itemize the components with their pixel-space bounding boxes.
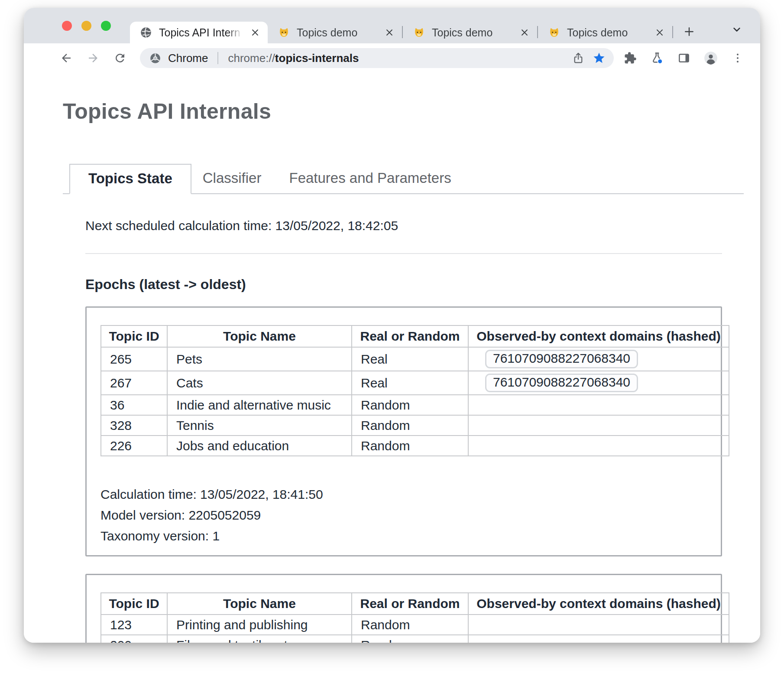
tab-features-and-parameters[interactable]: Features and Parameters [289, 170, 451, 193]
epoch-table: Topic ID Topic Name Real or Random Obser… [100, 325, 729, 456]
divider [85, 253, 722, 254]
extensions-puzzle-icon[interactable] [619, 47, 641, 69]
browser-window: Topics API Intern Topics demo [24, 8, 760, 643]
url-scheme: chrome:// [228, 52, 275, 65]
topic-id: 265 [101, 347, 167, 371]
browser-tab-topics-demo-3[interactable]: Topics demo [538, 22, 672, 43]
cat-icon [277, 26, 290, 39]
fullscreen-window-button[interactable] [101, 21, 111, 31]
tab-topics-state[interactable]: Topics State [69, 164, 191, 194]
observed-by-cell: 7610709088227068340 [468, 371, 729, 395]
topic-name: Printing and publishing [167, 615, 352, 635]
page-title: Topics API Internals [63, 99, 760, 124]
tab-strip: Topics API Intern Topics demo [24, 8, 760, 43]
topic-name: Jobs and education [167, 436, 352, 456]
browser-tab-topics-internals[interactable]: Topics API Intern [130, 22, 268, 43]
table-row: 123 Printing and publishing Random [101, 615, 729, 635]
topic-id: 267 [101, 371, 167, 395]
col-real-or-random: Real or Random [352, 593, 468, 615]
real-or-random: Real [352, 371, 468, 395]
url-text: chrome://topics-internals [228, 52, 568, 65]
reload-button[interactable] [109, 47, 131, 69]
back-button[interactable] [55, 47, 78, 69]
topic-id: 328 [101, 415, 167, 436]
epoch-table: Topic ID Topic Name Real or Random Obser… [100, 592, 729, 643]
forward-button[interactable] [82, 47, 104, 69]
cat-icon [412, 26, 425, 39]
close-window-button[interactable] [62, 21, 72, 31]
real-or-random: Random [352, 615, 468, 635]
topics-state-panel: Next scheduled calculation time: 13/05/2… [63, 194, 744, 643]
table-row: 265 Pets Real 7610709088227068340 [101, 347, 729, 371]
observed-by-cell [468, 635, 729, 643]
topic-id: 226 [101, 436, 167, 456]
share-button[interactable] [568, 48, 589, 68]
topic-name: Cats [167, 371, 352, 395]
calculation-time: Calculation time: 13/05/2022, 18:41:50 [100, 484, 707, 505]
close-tab-icon[interactable] [653, 26, 666, 39]
topic-id: 200 [101, 635, 167, 643]
observed-by-cell [468, 436, 729, 456]
epochs-heading: Epochs (latest -> oldest) [85, 276, 722, 293]
tab-separator [672, 26, 673, 38]
close-tab-icon[interactable] [249, 26, 262, 39]
close-tab-icon[interactable] [383, 26, 396, 39]
col-topic-name: Topic Name [167, 325, 352, 347]
side-panel-icon[interactable] [673, 47, 695, 69]
chrome-logo-icon [149, 52, 161, 64]
topic-id: 123 [101, 615, 167, 635]
observed-by-cell [468, 615, 729, 635]
internals-tab-bar: Topics State Classifier Features and Par… [63, 164, 744, 194]
bookmark-star-icon[interactable] [589, 48, 609, 68]
browser-menu-dots-icon[interactable] [726, 47, 749, 69]
search-engine-label: Chrome [168, 52, 208, 65]
epoch-card: Topic ID Topic Name Real or Random Obser… [85, 574, 722, 643]
epoch-metadata: Calculation time: 13/05/2022, 18:41:50 M… [100, 484, 707, 546]
hashed-domain-chip: 7610709088227068340 [485, 350, 638, 368]
page-content: Topics API Internals Topics State Classi… [24, 73, 760, 643]
table-row: 226 Jobs and education Random [101, 436, 729, 456]
minimize-window-button[interactable] [81, 21, 91, 31]
browser-toolbar: Chrome chrome://topics-internals [24, 43, 760, 73]
profile-avatar[interactable] [700, 47, 722, 69]
real-or-random: Random [352, 395, 468, 415]
epoch-card: Topic ID Topic Name Real or Random Obser… [85, 306, 722, 556]
taxonomy-version: Taxonomy version: 1 [100, 526, 707, 546]
tab-title: Topics demo [432, 26, 512, 39]
address-bar[interactable]: Chrome chrome://topics-internals [140, 48, 614, 68]
table-row: 267 Cats Real 7610709088227068340 [101, 371, 729, 395]
browser-tab-topics-demo-2[interactable]: Topics demo [403, 22, 537, 43]
observed-by-cell: 7610709088227068340 [468, 347, 729, 371]
browser-tab-topics-demo-1[interactable]: Topics demo [268, 22, 402, 43]
next-calculation-time: Next scheduled calculation time: 13/05/2… [85, 218, 722, 233]
table-row: 328 Tennis Random [101, 415, 729, 436]
tab-classifier[interactable]: Classifier [203, 170, 262, 193]
topic-name: Tennis [167, 415, 352, 436]
window-controls [62, 8, 111, 43]
real-or-random: Real [352, 347, 468, 371]
observed-by-cell [468, 395, 729, 415]
col-real-or-random: Real or Random [352, 325, 468, 347]
col-topic-id: Topic ID [101, 325, 167, 347]
experiments-flask-icon[interactable] [646, 47, 668, 69]
model-version: Model version: 2205052059 [100, 505, 707, 526]
table-header-row: Topic ID Topic Name Real or Random Obser… [101, 593, 729, 615]
tab-title: Topics API Intern [159, 26, 242, 39]
table-header-row: Topic ID Topic Name Real or Random Obser… [101, 325, 729, 347]
cat-icon [548, 26, 560, 39]
table-row: 36 Indie and alternative music Random [101, 395, 729, 415]
observed-by-cell [468, 415, 729, 436]
table-row: 200 Fibre and textile arts Random [101, 635, 729, 643]
browser-tabs: Topics API Intern Topics demo [130, 22, 699, 43]
omnibox-divider [217, 52, 218, 64]
col-topic-id: Topic ID [101, 593, 167, 615]
real-or-random: Random [352, 415, 468, 436]
new-tab-button[interactable] [679, 22, 699, 42]
real-or-random: Random [352, 635, 468, 643]
tab-search-chevron-icon[interactable] [728, 21, 745, 38]
tab-title: Topics demo [567, 26, 647, 39]
tab-title: Topics demo [297, 26, 376, 39]
globe-icon [139, 26, 152, 39]
close-tab-icon[interactable] [518, 26, 531, 39]
topic-name: Pets [167, 347, 352, 371]
